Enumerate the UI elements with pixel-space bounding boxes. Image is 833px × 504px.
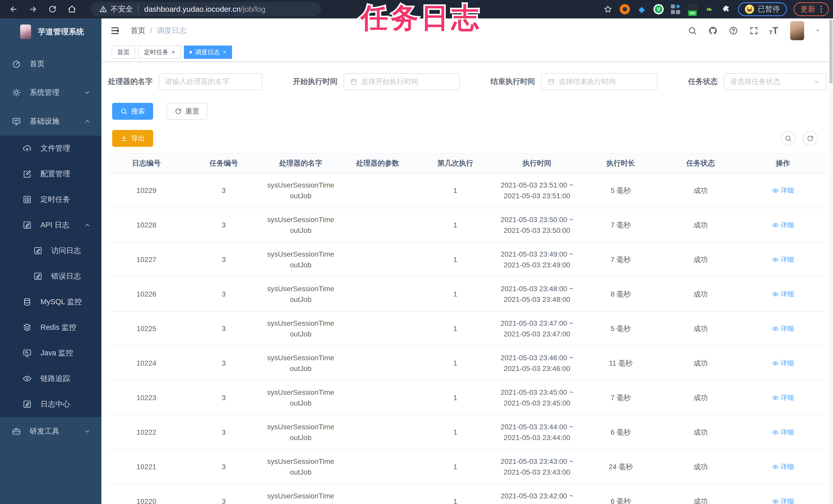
detail-link[interactable]: 详细 <box>772 289 794 299</box>
tab-首页[interactable]: 首页 <box>112 46 135 59</box>
user-menu-caret-icon[interactable] <box>814 28 821 34</box>
header-search-icon[interactable] <box>687 26 697 36</box>
sidebar-item-access-log[interactable]: 访问日志 <box>0 238 101 263</box>
export-button[interactable]: 导出 <box>112 130 153 147</box>
detail-link[interactable]: 详细 <box>772 358 794 368</box>
tab-调度日志[interactable]: 调度日志× <box>184 46 232 59</box>
extension-leaf-icon[interactable]: ❧ <box>704 4 714 14</box>
toggle-search-button[interactable] <box>781 131 795 146</box>
user-avatar[interactable] <box>790 21 804 41</box>
extension-grid-icon[interactable] <box>670 4 681 14</box>
browser-reload-icon[interactable] <box>48 4 57 14</box>
sidebar-item-redis-monitor[interactable]: Redis 监控 <box>0 315 101 340</box>
exec-time-cell: 2021-05-03 23:51:00 ~2021-05-03 23:51:00 <box>495 180 579 201</box>
sidebar-item-config-mgmt[interactable]: 配置管理 <box>0 161 101 187</box>
security-label[interactable]: 不安全 <box>111 4 133 14</box>
url-path[interactable]: /job/log <box>241 5 265 14</box>
sidebar-item-java-monitor[interactable]: Java 监控 <box>0 340 101 366</box>
sidebar-item-cron-job[interactable]: 定时任务 <box>0 187 101 212</box>
sidebar-item-system-mgmt[interactable]: 系统管理 <box>0 78 101 107</box>
sidebar-item-label: 文件管理 <box>41 143 70 153</box>
detail-link[interactable]: 详细 <box>772 393 794 403</box>
tab-close-icon[interactable]: × <box>171 49 175 56</box>
detail-link-label: 详细 <box>781 496 794 504</box>
help-icon[interactable] <box>728 26 738 36</box>
job-status-select[interactable] <box>724 73 826 90</box>
breadcrumb-home[interactable]: 首页 <box>130 26 145 36</box>
font-size-icon[interactable]: TT <box>769 26 778 35</box>
sidebar-item-label: 访问日志 <box>51 246 81 256</box>
handler-name-field[interactable] <box>165 77 256 86</box>
github-icon[interactable] <box>708 26 718 36</box>
extension-on-icon[interactable]: on <box>687 4 697 14</box>
chevron-up-icon <box>84 222 91 228</box>
detail-link[interactable]: 详细 <box>772 462 794 472</box>
sidebar-item-home[interactable]: 首页 <box>0 50 101 78</box>
browser-toolbar: 不安全 dashboard.yudao.iocoder.cn/job/log ◆… <box>0 0 833 19</box>
sidebar-item-api-log[interactable]: API 日志 <box>0 212 101 238</box>
tab-close-icon[interactable]: × <box>223 49 227 56</box>
browser-back-icon[interactable] <box>9 4 19 14</box>
sidebar: 芋道管理系统 首页系统管理基础设施文件管理配置管理定时任务API 日志访问日志错… <box>0 19 101 504</box>
database-icon <box>23 297 32 306</box>
view-detail-icon <box>772 325 779 332</box>
fullscreen-icon[interactable] <box>749 26 759 36</box>
start-time-field[interactable] <box>361 77 454 86</box>
reset-button[interactable]: 重置 <box>166 103 208 120</box>
sidebar-item-error-log[interactable]: 错误日志 <box>0 263 101 289</box>
detail-link[interactable]: 详细 <box>772 324 794 334</box>
detail-link[interactable]: 详细 <box>772 427 794 437</box>
extension-orange-icon[interactable] <box>620 4 630 14</box>
scrollbar-thumb[interactable] <box>829 20 832 83</box>
browser-update-badge[interactable]: 更新 <box>793 2 829 16</box>
detail-link[interactable]: 详细 <box>772 255 794 264</box>
start-time-input[interactable] <box>344 73 460 90</box>
bookmark-star-icon[interactable] <box>603 4 613 14</box>
browser-menu-icon[interactable] <box>820 6 822 13</box>
sidebar-collapse-icon[interactable] <box>110 26 120 36</box>
refresh-table-button[interactable] <box>803 131 818 146</box>
sidebar-item-dev-tools[interactable]: 研发工具 <box>0 417 101 446</box>
extension-blue-drop-icon[interactable]: ◆ <box>637 4 647 14</box>
sidebar-item-file-mgmt[interactable]: 文件管理 <box>0 135 101 161</box>
browser-forward-icon[interactable] <box>28 4 38 14</box>
sidebar-item-label: API 日志 <box>41 220 69 230</box>
handler-name-input[interactable] <box>159 73 262 90</box>
chevron-down-icon <box>84 89 91 96</box>
address-bar[interactable]: 不安全 dashboard.yudao.iocoder.cn/job/log <box>91 2 321 16</box>
log-id-cell: 10228 <box>108 220 185 230</box>
job-id-cell: 3 <box>185 461 262 472</box>
paused-label: 已暂停 <box>758 4 780 14</box>
sidebar-menu: 首页系统管理基础设施文件管理配置管理定时任务API 日志访问日志错误日志MySQ… <box>0 45 101 446</box>
actions-cell: 详细 <box>739 427 827 437</box>
job-id-cell: 3 <box>185 323 262 334</box>
sidebar-item-log-center[interactable]: 日志中心 <box>0 392 101 417</box>
browser-home-icon[interactable] <box>67 4 77 14</box>
exec-index-cell: 1 <box>416 496 495 504</box>
filter-label: 任务状态 <box>688 76 718 87</box>
profile-paused-badge[interactable]: 已暂停 <box>738 2 787 16</box>
column-header: 第几次执行 <box>416 158 495 168</box>
page-scrollbar[interactable] <box>829 19 833 504</box>
insecure-warning-icon[interactable] <box>99 5 107 13</box>
end-time-input[interactable] <box>541 73 657 90</box>
extension-violentmonkey-icon[interactable]: V <box>653 4 664 14</box>
url-host[interactable]: dashboard.yudao.iocoder.cn <box>144 5 241 14</box>
detail-link[interactable]: 详细 <box>772 185 794 196</box>
sidebar-item-trace[interactable]: 链路追踪 <box>0 366 101 392</box>
tab-定时任务[interactable]: 定时任务× <box>138 46 181 59</box>
sidebar-item-infrastructure[interactable]: 基础设施 <box>0 107 101 135</box>
search-button[interactable]: 搜索 <box>112 103 153 120</box>
sidebar-item-label: 基础设施 <box>30 116 60 126</box>
breadcrumb-separator: / <box>150 27 152 35</box>
job-status-field[interactable] <box>730 77 810 86</box>
end-time-field[interactable] <box>558 77 651 86</box>
table-row: 102243sysUserSessionTimeoutJob12021-05-0… <box>108 346 827 381</box>
detail-link[interactable]: 详细 <box>772 220 794 230</box>
detail-link-label: 详细 <box>781 358 794 368</box>
sidebar-item-mysql-monitor[interactable]: MySQL 监控 <box>0 289 101 315</box>
table-row: 102283sysUserSessionTimeoutJob12021-05-0… <box>108 208 827 243</box>
detail-link[interactable]: 详细 <box>772 496 794 504</box>
app-logo[interactable]: 芋道管理系统 <box>0 19 101 45</box>
extensions-puzzle-icon[interactable] <box>721 4 731 14</box>
